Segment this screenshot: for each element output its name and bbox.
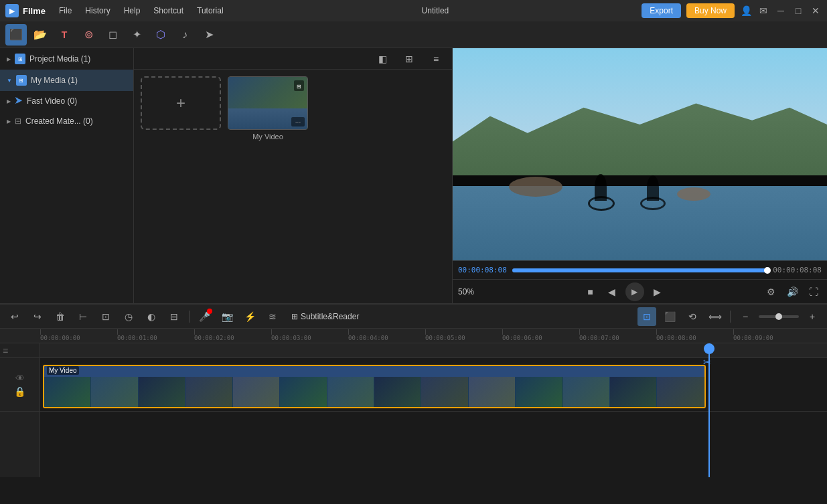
sidebar-item-my-media[interactable]: ▼ ⊞ My Media (1) bbox=[0, 70, 133, 91]
timeline-toolbar: ↩ ↪ 🗑 ⊢ ⊡ ◷ ◐ ⊟ 🎤 📷 ⚡ ≋ ⊞ Subtitle&Reade… bbox=[0, 305, 827, 329]
frame-2 bbox=[91, 377, 138, 407]
preview-controls: 50% ■ ◀ ▶ ▶ ⚙ 🔊 ⛶ bbox=[453, 279, 827, 303]
screen-record-button[interactable]: 📷 bbox=[218, 307, 236, 326]
preview-video-area bbox=[453, 48, 827, 260]
add-media-button[interactable]: + bbox=[141, 76, 221, 130]
timeline-tool-2[interactable]: ⬛ bbox=[660, 307, 679, 326]
subtitle-label: Subtitle&Reader bbox=[301, 312, 359, 321]
preview-progress-thumb bbox=[764, 267, 771, 274]
speed-button[interactable]: ◷ bbox=[119, 307, 138, 326]
ruler-tick-9: 00:00:09:00 bbox=[733, 335, 773, 341]
timeline-track-controls: ≡ 👁 🔒 bbox=[0, 343, 40, 477]
minimize-button[interactable]: ─ bbox=[775, 5, 787, 17]
close-button[interactable]: ✕ bbox=[810, 5, 822, 17]
video-clip-my-video[interactable]: My Video bbox=[43, 365, 706, 408]
app-name: Filme bbox=[23, 6, 46, 16]
play-button[interactable]: ▶ bbox=[625, 282, 644, 301]
created-materials-label: Created Mate... (0) bbox=[25, 116, 93, 126]
file-tool[interactable]: 📂 bbox=[29, 24, 51, 46]
voiceover-button[interactable]: 🎤 bbox=[195, 307, 214, 326]
zoom-out-button[interactable]: − bbox=[736, 307, 755, 326]
crop-button[interactable]: ⊡ bbox=[96, 307, 115, 326]
media-import-tool[interactable]: ⬛ bbox=[5, 24, 27, 46]
menu-shortcut[interactable]: Shortcut bbox=[148, 5, 189, 17]
media-more-button[interactable]: ··· bbox=[291, 117, 305, 127]
timeline-body: ≡ 👁 🔒 My Video bbox=[0, 343, 827, 477]
audio-tool[interactable]: ♪ bbox=[174, 24, 196, 46]
frame-7 bbox=[327, 377, 374, 407]
layers-view-icon[interactable]: ◧ bbox=[372, 48, 393, 70]
media-item-my-video[interactable]: ⊞ ··· My Video bbox=[228, 76, 308, 141]
delete-button[interactable]: 🗑 bbox=[51, 307, 70, 326]
media-panel: ◧ ⊞ ≡ + ⊞ bbox=[134, 48, 452, 303]
next-frame-button[interactable]: ▶ bbox=[650, 284, 666, 300]
subtitle-icon: ⊞ bbox=[291, 312, 298, 321]
preview-progress-bar[interactable] bbox=[512, 268, 767, 272]
hamburger-icon[interactable]: ≡ bbox=[3, 345, 8, 356]
export-button[interactable]: Export bbox=[642, 3, 681, 18]
undo-button[interactable]: ↩ bbox=[5, 307, 24, 326]
menu-help[interactable]: Help bbox=[119, 5, 146, 17]
timeline-tracks: My Video bbox=[40, 343, 827, 477]
volume-icon[interactable]: 🔊 bbox=[784, 284, 800, 300]
person-1 bbox=[595, 174, 607, 201]
redo-button[interactable]: ↪ bbox=[28, 307, 47, 326]
sidebar-item-created-materials[interactable]: ▶ ⊟ Created Mate... (0) bbox=[0, 111, 133, 131]
add-media-icon: + bbox=[176, 94, 185, 112]
overlay-tool[interactable]: ◻ bbox=[102, 24, 123, 46]
zoom-slider[interactable] bbox=[759, 315, 799, 318]
media-thumb-overlay: ⊞ bbox=[294, 80, 304, 91]
mail-icon[interactable]: ✉ bbox=[757, 5, 769, 17]
clip-frames bbox=[44, 366, 704, 407]
text-tool[interactable]: T bbox=[54, 24, 75, 46]
media-thumb-my-video: ⊞ ··· bbox=[228, 76, 308, 130]
list-view-icon[interactable]: ≡ bbox=[425, 48, 447, 70]
stop-button[interactable]: ■ bbox=[583, 284, 599, 300]
lock-icon[interactable]: 🔒 bbox=[14, 386, 25, 397]
sidebar: ▶ ⊞ Project Media (1) ▼ ⊞ My Media (1) ▶… bbox=[0, 48, 134, 303]
user-icon[interactable]: 👤 bbox=[740, 5, 752, 17]
expand-arrow-my-media: ▼ bbox=[7, 78, 12, 84]
export-arrow-tool[interactable]: ➤ bbox=[198, 24, 220, 46]
scene-rock-1 bbox=[509, 177, 562, 197]
zoom-in-button[interactable]: + bbox=[803, 307, 822, 326]
buy-now-button[interactable]: Buy Now bbox=[686, 3, 735, 18]
frame-13 bbox=[610, 377, 657, 407]
maximize-button[interactable]: □ bbox=[792, 5, 804, 17]
effects-tool[interactable]: ✦ bbox=[126, 24, 147, 46]
menu-file[interactable]: File bbox=[54, 5, 77, 17]
prev-frame-button[interactable]: ◀ bbox=[604, 284, 620, 300]
grid-view-icon[interactable]: ⊞ bbox=[398, 48, 420, 70]
subtitle-reader-button[interactable]: ⊞ Subtitle&Reader bbox=[286, 310, 364, 323]
clip-label: My Video bbox=[47, 366, 79, 375]
sidebar-item-project-media[interactable]: ▶ ⊞ Project Media (1) bbox=[0, 48, 133, 70]
ripple-button[interactable]: ≋ bbox=[263, 307, 282, 326]
speed-ramp-button[interactable]: ⚡ bbox=[240, 307, 259, 326]
sidebar-item-fast-video[interactable]: ▶ ⮞ Fast Video (0) bbox=[0, 91, 133, 111]
titlebar-left: ▶ Filme File History Help Shortcut Tutor… bbox=[5, 4, 229, 17]
current-time-display: 00:00:08:08 bbox=[458, 266, 507, 274]
expand-arrow-fast-video: ▶ bbox=[7, 98, 11, 104]
my-media-label: My Media (1) bbox=[31, 76, 78, 85]
eye-icon[interactable]: 👁 bbox=[15, 373, 25, 384]
copy-button[interactable]: ⊢ bbox=[74, 307, 92, 326]
ruler-spacer bbox=[40, 343, 827, 358]
frame-14 bbox=[657, 377, 704, 407]
color-correction-button[interactable]: ◐ bbox=[142, 307, 161, 326]
media-panel-toolbar: ◧ ⊞ ≡ bbox=[134, 48, 452, 70]
settings-icon[interactable]: ⚙ bbox=[763, 284, 779, 300]
titlebar-menu: File History Help Shortcut Tutorial bbox=[54, 5, 229, 17]
audio-separate-button[interactable]: ⊟ bbox=[165, 307, 183, 326]
frame-3 bbox=[139, 377, 185, 407]
timeline-tool-3[interactable]: ⟲ bbox=[683, 307, 702, 326]
fullscreen-icon[interactable]: ⛶ bbox=[806, 284, 822, 300]
app-logo: ▶ Filme bbox=[5, 4, 46, 17]
menu-history[interactable]: History bbox=[80, 5, 115, 17]
menu-tutorial[interactable]: Tutorial bbox=[192, 5, 229, 17]
video-track-controls: 👁 🔒 bbox=[0, 358, 40, 412]
timeline-tool-1[interactable]: ⊡ bbox=[637, 307, 656, 326]
app-logo-icon: ▶ bbox=[5, 4, 19, 17]
sticker-tool[interactable]: ⊚ bbox=[78, 24, 99, 46]
timeline-tool-4[interactable]: ⟺ bbox=[706, 307, 725, 326]
color-tool[interactable]: ⬡ bbox=[150, 24, 171, 46]
